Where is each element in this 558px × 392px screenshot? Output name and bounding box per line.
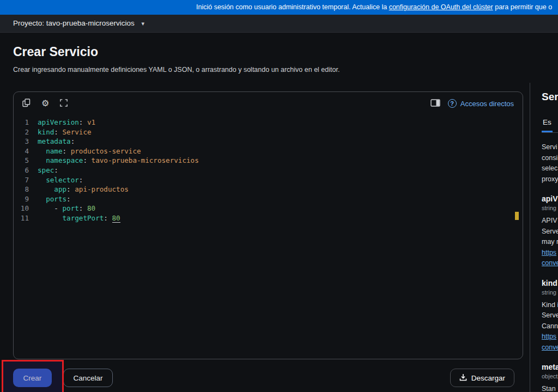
code-text: selector: <box>38 175 83 185</box>
page-description: Crear ingresando manualmente definicione… <box>13 66 339 74</box>
line-number: 6 <box>14 166 38 175</box>
line-number: 11 <box>14 213 38 223</box>
code-text: targetPort: 80 <box>38 213 120 223</box>
property-type: string <box>542 289 558 296</box>
fullscreen-button[interactable] <box>60 99 68 108</box>
code-text: spec: <box>38 166 58 175</box>
code-text: name: productos-service <box>38 146 141 156</box>
sidebar-section: Serviconsiselecproxy <box>542 142 558 185</box>
toolbar-right: ? Accesos directos <box>430 99 514 108</box>
copy-icon <box>22 99 31 109</box>
line-number: 8 <box>14 185 38 194</box>
project-selector[interactable]: Proyecto: tavo-prueba-microservicios ▾ <box>0 15 558 33</box>
description-text: APIV <box>542 216 558 226</box>
description-text: proxy <box>542 174 558 185</box>
code-text: namespace: tavo-prueba-microservicios <box>38 156 199 166</box>
copy-button[interactable] <box>22 99 31 109</box>
create-button[interactable]: Crear <box>13 369 52 387</box>
description-text: Servi <box>542 142 558 153</box>
oauth-config-link[interactable]: configuración de OAuth del clúster <box>389 3 493 11</box>
shortcuts-label: Accesos directos <box>460 100 514 108</box>
shortcuts-button[interactable]: ? Accesos directos <box>448 99 514 108</box>
code-text: app: api-productos <box>38 185 129 194</box>
cancel-button[interactable]: Cancelar <box>63 369 113 387</box>
doc-link[interactable]: conve <box>542 258 558 269</box>
sidebar-toggle-button[interactable] <box>430 99 440 108</box>
code-lines[interactable]: 1apiVersion: v12kind: Service3metadata:4… <box>14 115 523 223</box>
code-line: 7 selector: <box>14 175 523 185</box>
line-number: 2 <box>14 127 38 137</box>
property-name: meta <box>542 363 558 372</box>
chevron-down-icon: ▾ <box>142 20 145 27</box>
code-line: 4 name: productos-service <box>14 146 523 156</box>
yaml-editor[interactable]: ⚙ ? Accesos directos 1apiVersion: v12kin… <box>13 91 523 359</box>
code-text: apiVersion: v1 <box>38 118 95 127</box>
description-text: Cann <box>542 321 558 332</box>
code-line: 1apiVersion: v1 <box>14 118 523 127</box>
doc-link[interactable]: https <box>542 248 558 259</box>
sidebar-toggle-icon <box>430 99 440 108</box>
banner-text-before: Inició sesión como usuario administrativ… <box>196 3 389 11</box>
description-text: Serve <box>542 226 558 237</box>
page-title: Crear Servicio <box>13 45 98 59</box>
sidebar-sections: ServiconsiselecproxyapiVstringAPIVServem… <box>542 142 558 392</box>
code-text: kind: Service <box>38 127 92 137</box>
line-number: 1 <box>14 118 38 127</box>
editor-toolbar: ⚙ ? Accesos directos <box>14 92 523 115</box>
help-icon: ? <box>448 99 457 108</box>
line-number: 9 <box>14 194 38 204</box>
code-line: 8 app: api-productos <box>14 185 523 194</box>
gear-icon: ⚙ <box>41 99 49 108</box>
schema-sidebar: Ser Es ServiconsiselecproxyapiVstringAPI… <box>542 90 558 392</box>
description-text: consi <box>542 153 558 164</box>
download-label: Descargar <box>471 374 505 382</box>
editor-settings-button[interactable]: ⚙ <box>41 99 49 108</box>
banner-text-after: para permitir que o <box>493 3 552 11</box>
project-selector-label: Proyecto: tavo-prueba-microservicios <box>13 19 135 27</box>
line-number: 3 <box>14 137 38 146</box>
code-text: - port: 80 <box>38 204 95 213</box>
tab-schema[interactable]: Es <box>542 115 553 132</box>
sidebar-tabs: Es <box>542 115 558 133</box>
code-text: ports: <box>38 194 71 204</box>
description-text: Serve <box>542 310 558 321</box>
doc-link[interactable]: conve <box>542 342 558 353</box>
code-line: 2kind: Service <box>14 127 523 137</box>
property-type: object <box>542 373 558 379</box>
code-line: 5 namespace: tavo-prueba-microservicios <box>14 156 523 166</box>
sidebar-divider <box>530 83 530 392</box>
sidebar-title: Ser <box>542 90 558 103</box>
download-button[interactable]: Descargar <box>450 369 514 387</box>
line-number: 10 <box>14 204 38 213</box>
login-banner: Inició sesión como usuario administrativ… <box>0 0 558 15</box>
code-text: metadata: <box>38 137 75 146</box>
description-text: Stan <box>542 384 558 392</box>
line-number: 7 <box>14 175 38 185</box>
sidebar-section: metaobjectStan <box>542 363 558 392</box>
expand-icon <box>60 99 68 108</box>
overview-ruler-cursor <box>515 212 519 220</box>
code-line: 6spec: <box>14 166 523 175</box>
property-name: kind <box>542 279 558 288</box>
doc-link[interactable]: https <box>542 332 558 342</box>
property-type: string <box>542 205 558 211</box>
property-name: apiV <box>542 194 558 204</box>
line-number: 4 <box>14 146 38 156</box>
code-line: 10 - port: 80 <box>14 204 523 213</box>
line-number: 5 <box>14 156 38 166</box>
code-line: 11 targetPort: 80 <box>14 213 523 223</box>
description-text: Kind i <box>542 300 558 311</box>
sidebar-section: apiVstringAPIVServemay rhttpsconve <box>542 194 558 269</box>
code-line: 9 ports: <box>14 194 523 204</box>
description-text: selec <box>542 163 558 174</box>
sidebar-section: kindstringKind iServeCannhttpsconve <box>542 279 558 353</box>
download-icon <box>459 373 467 383</box>
description-text: may r <box>542 237 558 248</box>
code-line: 3metadata: <box>14 137 523 146</box>
